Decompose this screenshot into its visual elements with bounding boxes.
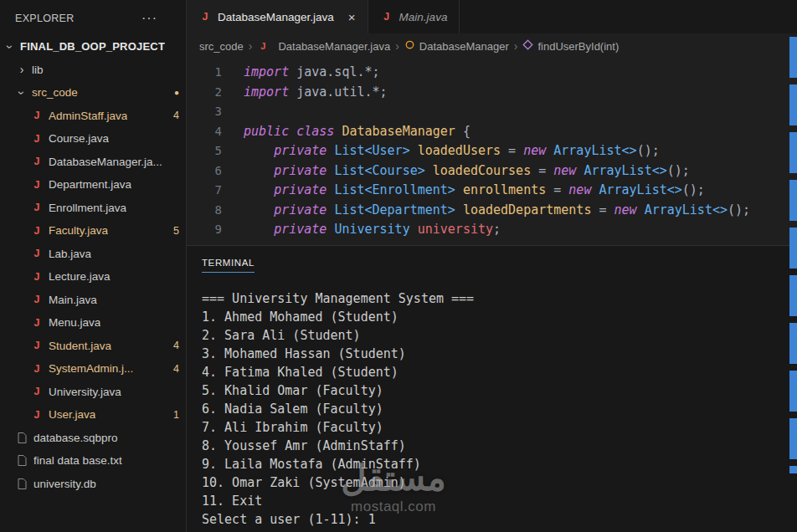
java-file-icon bbox=[30, 132, 44, 146]
git-changes-badge: 1 bbox=[168, 409, 179, 421]
code-line: 5 private List<User> loadedUsers = new A… bbox=[193, 141, 797, 161]
line-number: 3 bbox=[193, 102, 222, 122]
code-line: 4public class DatabaseManager { bbox=[193, 122, 797, 142]
terminal-tab[interactable]: TERMINAL bbox=[202, 258, 255, 273]
class-symbol-icon bbox=[404, 39, 415, 53]
breadcrumb-file[interactable]: DatabaseManager.java bbox=[257, 40, 390, 53]
code-line: 6 private List<Course> loadedCourses = n… bbox=[193, 161, 797, 182]
explorer-sidebar: EXPLORER ··· FINAL_DB_OOP_PROJECT lib sr… bbox=[0, 0, 187, 532]
tab-label: Main.java bbox=[399, 11, 448, 23]
terminal-line: 7. Ali Ibrahim (Faculty) bbox=[202, 418, 797, 437]
terminal-line: 1. Ahmed Mohamed (Student) bbox=[202, 308, 797, 326]
line-number: 5 bbox=[193, 141, 222, 161]
java-file-icon bbox=[30, 224, 44, 238]
line-number: 6 bbox=[193, 161, 222, 182]
java-file-icon bbox=[30, 155, 44, 168]
line-number: 8 bbox=[193, 201, 222, 221]
tree-item-final-db-oop-project[interactable]: FINAL_DB_OOP_PROJECT bbox=[0, 35, 186, 59]
tree-item-menu-java[interactable]: Menu.java bbox=[0, 311, 186, 335]
panel-header: TERMINAL bbox=[187, 246, 797, 273]
tree-item-adminstaff-java[interactable]: AdminStaff.java 4 bbox=[0, 105, 186, 128]
tree-item-databasemanager-java[interactable]: DatabaseManager.ja... bbox=[0, 151, 186, 174]
line-number: 9 bbox=[193, 220, 222, 240]
close-icon[interactable]: × bbox=[348, 10, 356, 24]
java-file-icon bbox=[257, 40, 269, 52]
tree-item-final-data-base-txt[interactable]: final data base.txt bbox=[0, 449, 186, 473]
line-number: 7 bbox=[193, 181, 222, 201]
code-editor[interactable]: 1import java.sql.*; 2import java.util.*;… bbox=[187, 59, 797, 245]
line-number: 1 bbox=[193, 63, 222, 83]
tab-main-java[interactable]: Main.java bbox=[368, 0, 460, 33]
code-line: 3 bbox=[193, 102, 797, 122]
terminal-line: 8. Youssef Amr (AdminStaff) bbox=[202, 437, 797, 455]
breadcrumb-class[interactable]: DatabaseManager bbox=[404, 39, 509, 53]
git-changes-badge: 4 bbox=[168, 363, 179, 375]
tree-item-lab-java[interactable]: Lab.java bbox=[0, 243, 186, 266]
modified-dot-badge: ● bbox=[169, 88, 179, 97]
chevron-right-icon: › bbox=[395, 39, 399, 53]
terminal-output[interactable]: === University Management System === 1. … bbox=[187, 273, 797, 529]
breadcrumb-method[interactable]: findUserById(int) bbox=[522, 39, 619, 53]
code-line: 7 private List<Enrollment> enrollments =… bbox=[193, 181, 797, 201]
git-changes-badge: 4 bbox=[168, 340, 179, 351]
terminal-line: 3. Mohamed Hassan (Student) bbox=[202, 345, 797, 363]
git-changes-badge: 4 bbox=[168, 110, 179, 121]
terminal-line: 2. Sara Ali (Student) bbox=[202, 326, 797, 345]
java-file-icon bbox=[30, 316, 44, 330]
tab-label: DatabaseManager.java bbox=[218, 11, 334, 23]
java-file-icon bbox=[30, 408, 44, 422]
tree-item-university-db[interactable]: university.db bbox=[0, 473, 186, 496]
line-number: 2 bbox=[193, 83, 222, 103]
chevron-down-icon bbox=[3, 40, 17, 54]
code-line: 1import java.sql.*; bbox=[193, 63, 797, 83]
terminal-line: Select a user (1-11): 1 bbox=[202, 510, 797, 529]
chevron-down-icon bbox=[15, 86, 28, 100]
tree-item-faculty-java[interactable]: Faculty.java 5 bbox=[0, 219, 186, 243]
editor-area: DatabaseManager.java × Main.java src_cod… bbox=[187, 0, 797, 532]
file-tree: FINAL_DB_OOP_PROJECT lib src_code ● Admi… bbox=[0, 35, 186, 495]
tab-databasemanager-java[interactable]: DatabaseManager.java × bbox=[187, 0, 368, 33]
terminal-line: 9. Laila Mostafa (AdminStaff) bbox=[202, 455, 797, 473]
tree-item-university-java[interactable]: University.java bbox=[0, 381, 186, 404]
explorer-header: EXPLORER ··· bbox=[0, 0, 186, 35]
tree-item-lecture-java[interactable]: Lecture.java bbox=[0, 265, 186, 289]
scrollbar-marks[interactable] bbox=[789, 37, 797, 473]
tree-item-department-java[interactable]: Department.java bbox=[0, 173, 186, 197]
line-number: 4 bbox=[193, 122, 222, 142]
explorer-title: EXPLORER bbox=[15, 13, 74, 24]
java-file-icon bbox=[30, 178, 44, 192]
code-line: 2import java.util.*; bbox=[193, 83, 797, 103]
tree-item-database-sqbpro[interactable]: database.sqbpro bbox=[0, 427, 186, 450]
tree-item-src-code[interactable]: src_code ● bbox=[0, 81, 186, 105]
method-symbol-icon bbox=[522, 39, 533, 53]
terminal-line: === University Management System === bbox=[202, 289, 797, 308]
tree-item-course-java[interactable]: Course.java bbox=[0, 127, 186, 151]
more-actions-icon[interactable]: ··· bbox=[141, 11, 157, 26]
breadcrumb-folder[interactable]: src_code bbox=[199, 40, 244, 53]
tree-item-lib[interactable]: lib bbox=[0, 59, 186, 82]
java-file-icon bbox=[30, 201, 44, 214]
tree-item-enrollment-java[interactable]: Enrollment.java bbox=[0, 197, 186, 220]
terminal-line: 11. Exit bbox=[202, 492, 797, 510]
file-icon bbox=[15, 478, 28, 489]
chevron-right-icon bbox=[15, 63, 28, 76]
java-file-icon bbox=[30, 247, 44, 260]
java-file-icon bbox=[30, 109, 44, 122]
vscode-window: EXPLORER ··· FINAL_DB_OOP_PROJECT lib sr… bbox=[0, 0, 797, 532]
file-icon bbox=[15, 455, 28, 466]
terminal-line: 10. Omar Zaki (SystemAdmin) bbox=[202, 473, 797, 492]
java-file-icon bbox=[30, 270, 44, 284]
terminal-panel: TERMINAL === University Management Syste… bbox=[187, 245, 797, 532]
tree-item-user-java[interactable]: User.java 1 bbox=[0, 403, 186, 427]
java-file-icon bbox=[30, 385, 44, 398]
code-line: 8 private List<Department> loadedDepartm… bbox=[193, 201, 797, 221]
java-file-icon bbox=[380, 10, 393, 23]
code-line: 9 private University university; bbox=[193, 220, 797, 240]
tree-item-systemadmin-java[interactable]: SystemAdmin.j... 4 bbox=[0, 357, 186, 381]
java-file-icon bbox=[30, 339, 44, 352]
tree-item-main-java[interactable]: Main.java bbox=[0, 289, 186, 312]
tree-item-student-java[interactable]: Student.java 4 bbox=[0, 335, 186, 358]
git-changes-badge: 5 bbox=[168, 225, 179, 237]
file-icon bbox=[15, 432, 28, 443]
terminal-line: 6. Nadia Salem (Faculty) bbox=[202, 400, 797, 418]
